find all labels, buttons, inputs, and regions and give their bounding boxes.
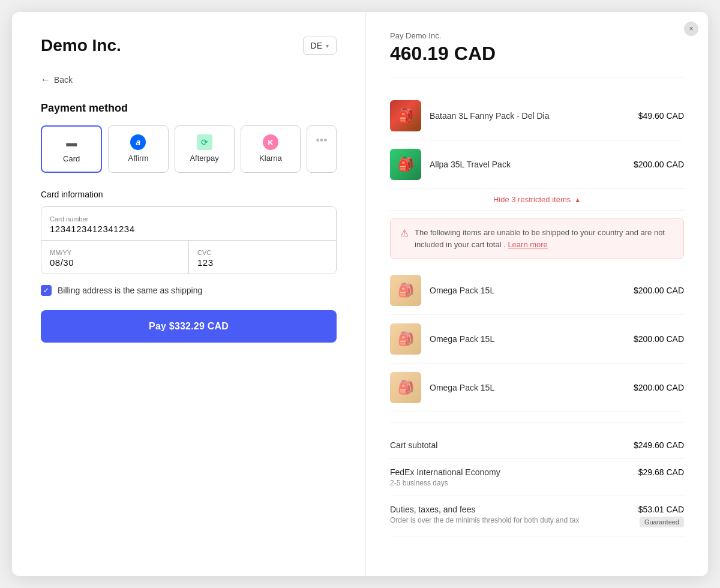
item-name: Omega Pack 15L [430, 383, 625, 392]
payment-section-title: Payment method [41, 102, 337, 115]
billing-label: Billing address is the same as shipping [58, 286, 202, 295]
duties-right: $53.01 CAD Guaranteed [638, 505, 684, 527]
item-price: $200.00 CAD [634, 334, 684, 344]
pm-afterpay-label: Afterpay [190, 154, 218, 163]
item-price: $200.00 CAD [634, 160, 684, 169]
card-number-value: 1234123412341234 [50, 224, 328, 234]
item-image-omega-1: 🎒 [390, 275, 421, 306]
restricted-items-toggle[interactable]: Hide 3 restricted items ▲ [390, 189, 684, 211]
shipping-sub: 2-5 business days [390, 479, 500, 487]
billing-row: ✓ Billing address is the same as shippin… [41, 285, 337, 296]
order-item: 🎒 Bataan 3L Fanny Pack - Del Dia $49.60 … [390, 92, 684, 140]
cvc-field[interactable]: CVC 123 [188, 241, 336, 274]
pm-affirm-label: Affirm [128, 154, 149, 163]
item-image-allpa: 🎒 [390, 149, 421, 180]
payment-methods-list: ▬ Card a Affirm ⟳ Afterpay K Klarna ••• [41, 125, 337, 173]
close-button[interactable]: × [684, 22, 698, 36]
item-price: $49.60 CAD [638, 111, 684, 121]
language-selector[interactable]: DE ▾ [303, 37, 337, 55]
cvc-label: CVC [197, 249, 328, 256]
language-current: DE [311, 41, 322, 50]
pay-button[interactable]: Pay $332.29 CAD [41, 310, 337, 343]
item-image-fanny: 🎒 [390, 100, 421, 131]
item-name: Bataan 3L Fanny Pack - Del Dia [430, 111, 630, 121]
affirm-icon: a [130, 134, 146, 150]
summary-shipping-row: FedEx International Economy 2-5 business… [390, 459, 684, 496]
item-name: Omega Pack 15L [430, 286, 625, 295]
order-total: 460.19 CAD [390, 43, 684, 77]
duties-amount: $53.01 CAD [638, 505, 684, 514]
cvc-value: 123 [197, 257, 328, 268]
pm-more-icon: ••• [316, 134, 328, 147]
order-items-list: 🎒 Bataan 3L Fanny Pack - Del Dia $49.60 … [390, 92, 684, 412]
restricted-item: 🎒 Omega Pack 15L $200.00 CAD [390, 364, 684, 412]
summary-duties-row: Duties, taxes, and fees Order is over th… [390, 496, 684, 536]
checkmark-icon: ✓ [43, 286, 49, 295]
chevron-up-icon: ▲ [574, 196, 581, 203]
restricted-item: 🎒 Omega Pack 15L $200.00 CAD [390, 266, 684, 315]
item-name: Omega Pack 15L [430, 334, 625, 344]
item-image-omega-3: 🎒 [390, 372, 421, 403]
afterpay-icon: ⟳ [197, 134, 212, 150]
order-summary: Cart subtotal $249.60 CAD FedEx Internat… [390, 422, 684, 536]
payment-method-affirm[interactable]: a Affirm [108, 125, 168, 173]
back-arrow-icon: ← [41, 74, 50, 85]
guaranteed-badge: Guaranteed [640, 517, 684, 527]
company-name: Demo Inc. [41, 36, 121, 55]
restricted-item: 🎒 Omega Pack 15L $200.00 CAD [390, 315, 684, 364]
shipping-label: FedEx International Economy [390, 467, 500, 477]
restriction-notice: ⚠ The following items are unable to be s… [390, 218, 684, 259]
back-label: Back [54, 75, 73, 85]
card-number-label: Card number [50, 215, 328, 223]
item-name: Allpa 35L Travel Pack [430, 160, 625, 169]
item-price: $200.00 CAD [634, 383, 684, 392]
subtotal-amount: $249.60 CAD [634, 440, 684, 450]
card-info-title: Card information [41, 190, 337, 199]
expiry-field[interactable]: MM/YY 08/30 [41, 241, 188, 274]
shipping-amount: $29.68 CAD [638, 467, 684, 477]
expiry-label: MM/YY [50, 249, 180, 256]
item-price: $200.00 CAD [634, 286, 684, 295]
card-icon: ▬ [64, 135, 79, 151]
payment-method-more[interactable]: ••• [307, 125, 337, 173]
pm-card-label: Card [63, 154, 80, 163]
payment-method-klarna[interactable]: K Klarna [241, 125, 301, 173]
payment-method-card[interactable]: ▬ Card [41, 125, 102, 173]
chevron-down-icon: ▾ [326, 43, 329, 49]
duties-label: Duties, taxes, and fees [390, 505, 581, 514]
learn-more-link[interactable]: Learn more [508, 240, 547, 249]
duties-sub: Order is over the de minimis threshold f… [390, 516, 581, 524]
pay-merchant-label: Pay Demo Inc. [390, 31, 684, 40]
back-link[interactable]: ← Back [41, 74, 337, 85]
pm-klarna-label: Klarna [259, 154, 282, 163]
subtotal-label: Cart subtotal [390, 440, 437, 450]
order-item: 🎒 Allpa 35L Travel Pack $200.00 CAD [390, 140, 684, 189]
card-fields-container: Card number 1234123412341234 MM/YY 08/30… [41, 206, 337, 274]
card-number-field[interactable]: Card number 1234123412341234 [41, 207, 336, 240]
expiry-value: 08/30 [50, 257, 180, 268]
restricted-toggle-label: Hide 3 restricted items [493, 195, 571, 204]
item-image-omega-2: 🎒 [390, 323, 421, 355]
warning-icon: ⚠ [400, 227, 409, 239]
klarna-icon: K [263, 134, 278, 150]
payment-method-afterpay[interactable]: ⟳ Afterpay [175, 125, 235, 173]
restriction-notice-text: The following items are unable to be shi… [415, 227, 674, 250]
billing-checkbox[interactable]: ✓ [41, 285, 52, 296]
summary-subtotal-row: Cart subtotal $249.60 CAD [390, 432, 684, 459]
